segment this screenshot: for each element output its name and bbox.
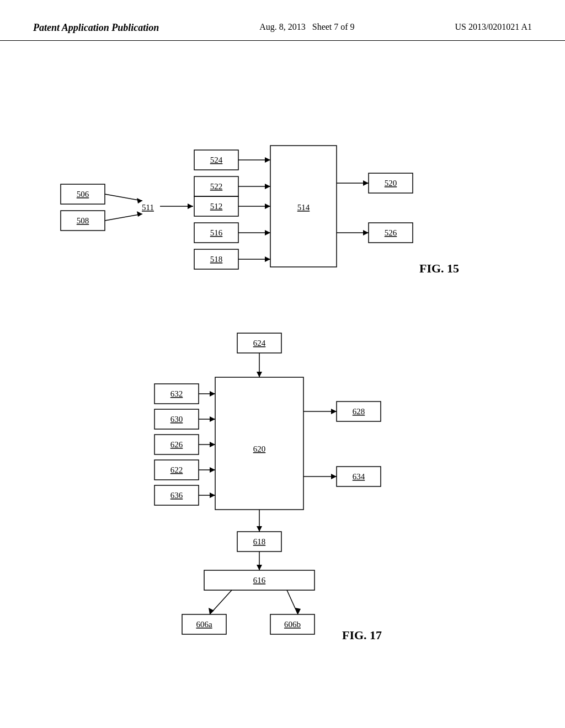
svg-marker-7 xyxy=(137,211,142,217)
svg-text:606a: 606a xyxy=(196,620,212,629)
svg-marker-85 xyxy=(209,608,214,614)
svg-marker-10 xyxy=(188,204,193,209)
svg-text:632: 632 xyxy=(170,389,183,398)
svg-marker-28 xyxy=(265,230,270,235)
date-sheet: Aug. 8, 2013 Sheet 7 of 9 xyxy=(259,22,354,32)
svg-marker-38 xyxy=(363,230,369,235)
svg-line-4 xyxy=(105,194,142,201)
svg-marker-63 xyxy=(210,467,215,473)
svg-text:518: 518 xyxy=(210,255,223,264)
diagram-area: 506 508 511 524 522 512 516 xyxy=(0,41,565,719)
svg-line-6 xyxy=(105,214,142,221)
svg-text:506: 506 xyxy=(77,190,89,199)
svg-line-86 xyxy=(287,590,298,614)
svg-marker-67 xyxy=(210,493,215,498)
svg-text:636: 636 xyxy=(170,491,183,500)
svg-marker-81 xyxy=(257,565,262,570)
svg-marker-34 xyxy=(363,180,369,186)
svg-marker-26 xyxy=(265,204,270,209)
publication-title: Patent Application Publication xyxy=(33,22,159,34)
svg-text:622: 622 xyxy=(170,465,183,474)
svg-marker-24 xyxy=(265,184,270,189)
svg-text:634: 634 xyxy=(353,472,365,481)
svg-text:628: 628 xyxy=(353,407,365,416)
svg-marker-69 xyxy=(331,409,337,414)
svg-marker-55 xyxy=(210,416,215,422)
svg-marker-45 xyxy=(257,372,262,377)
svg-marker-59 xyxy=(210,442,215,447)
page-header: Patent Application Publication Aug. 8, 2… xyxy=(0,0,565,41)
svg-text:526: 526 xyxy=(385,228,397,237)
svg-marker-73 xyxy=(331,474,337,479)
svg-text:511: 511 xyxy=(142,203,154,212)
svg-text:630: 630 xyxy=(170,415,183,424)
svg-text:616: 616 xyxy=(253,576,266,585)
patent-number: US 2013/0201021 A1 xyxy=(455,22,532,32)
svg-text:620: 620 xyxy=(253,445,266,453)
svg-text:520: 520 xyxy=(385,179,397,188)
svg-marker-30 xyxy=(265,256,270,262)
svg-text:512: 512 xyxy=(210,202,223,211)
svg-marker-22 xyxy=(265,157,270,163)
svg-text:618: 618 xyxy=(253,537,266,546)
svg-rect-46 xyxy=(215,377,303,510)
svg-text:606b: 606b xyxy=(284,620,301,629)
svg-text:624: 624 xyxy=(253,339,266,347)
svg-marker-51 xyxy=(210,391,215,397)
svg-marker-77 xyxy=(257,526,262,532)
svg-text:522: 522 xyxy=(210,182,223,191)
svg-text:FIG. 15: FIG. 15 xyxy=(419,261,459,275)
svg-text:508: 508 xyxy=(77,216,89,225)
svg-text:626: 626 xyxy=(170,440,183,449)
svg-text:FIG. 17: FIG. 17 xyxy=(342,628,382,642)
svg-text:516: 516 xyxy=(210,228,223,237)
svg-text:514: 514 xyxy=(297,203,310,212)
svg-text:524: 524 xyxy=(210,156,223,164)
